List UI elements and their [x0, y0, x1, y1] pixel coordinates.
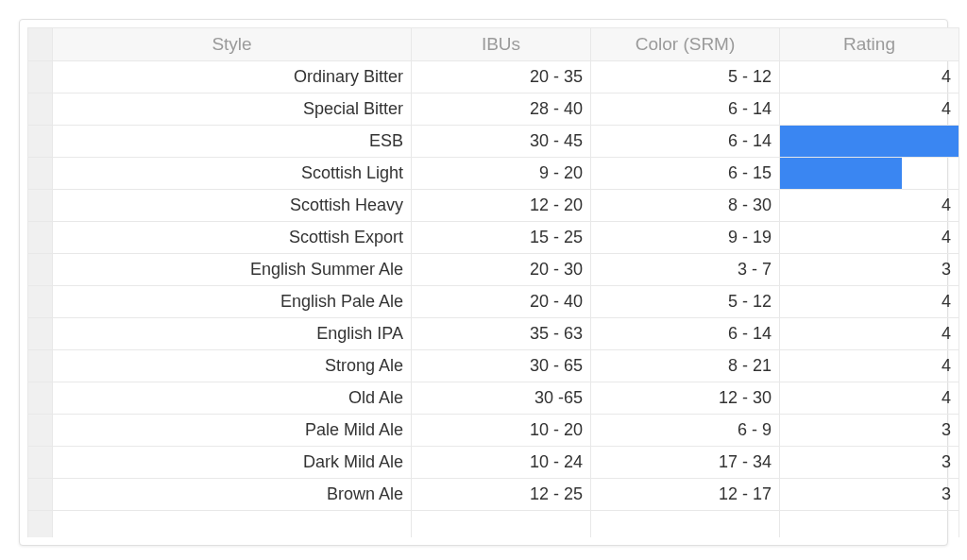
ibus-cell[interactable]: 10 - 24: [412, 447, 591, 479]
color-cell[interactable]: 17 - 34: [591, 447, 780, 479]
row-number-cell[interactable]: [28, 286, 53, 318]
style-cell[interactable]: English Summer Ale: [53, 254, 412, 286]
rating-cell[interactable]: 3: [780, 447, 959, 479]
rating-cell[interactable]: 3: [780, 254, 959, 286]
ibus-cell[interactable]: 9 - 20: [412, 158, 591, 190]
header-rating[interactable]: Rating: [780, 28, 959, 61]
color-cell[interactable]: 9 - 19: [591, 222, 780, 254]
ibus-cell[interactable]: 35 - 63: [412, 318, 591, 350]
color-cell[interactable]: 5 - 12: [591, 286, 780, 318]
table-row: English Summer Ale20 - 303 - 73: [28, 254, 959, 286]
header-color[interactable]: Color (SRM): [591, 28, 780, 61]
table-row: Strong Ale30 - 658 - 214: [28, 350, 959, 382]
row-number-cell[interactable]: [28, 254, 53, 286]
row-number-cell[interactable]: [28, 222, 53, 254]
color-cell[interactable]: 6 - 14: [591, 318, 780, 350]
row-number-cell[interactable]: [28, 479, 53, 511]
color-cell[interactable]: 5 - 12: [591, 61, 780, 93]
style-cell[interactable]: Dark Mild Ale: [53, 447, 412, 479]
rating-cell[interactable]: 4: [780, 318, 959, 350]
ibus-cell[interactable]: 20 - 40: [412, 286, 591, 318]
ibus-cell[interactable]: 20 - 35: [412, 61, 591, 93]
header-style[interactable]: Style: [53, 28, 412, 61]
ibus-cell[interactable]: 28 - 40: [412, 93, 591, 126]
rating-cell[interactable]: 4: [780, 93, 959, 126]
row-number-cell[interactable]: [28, 447, 53, 479]
rating-cell[interactable]: [780, 126, 959, 158]
ibus-cell[interactable]: 10 - 20: [412, 415, 591, 447]
beer-styles-table: Style IBUs Color (SRM) Rating Ordinary B…: [27, 27, 959, 537]
table-row: Pale Mild Ale10 - 206 - 93: [28, 415, 959, 447]
color-cell[interactable]: 6 - 9: [591, 415, 780, 447]
table-row: English IPA35 - 636 - 144: [28, 318, 959, 350]
table-row: ESB30 - 456 - 14: [28, 126, 959, 158]
style-cell[interactable]: Scottish Export: [53, 222, 412, 254]
rating-cell[interactable]: 4: [780, 222, 959, 254]
style-cell[interactable]: English Pale Ale: [53, 286, 412, 318]
ibus-cell[interactable]: 30 - 45: [412, 126, 591, 158]
rating-cell[interactable]: 4: [780, 61, 959, 93]
rating-bar: [780, 158, 902, 189]
row-number-cell[interactable]: [28, 158, 53, 190]
rating-cell[interactable]: 4: [780, 350, 959, 382]
style-cell[interactable]: ESB: [53, 126, 412, 158]
table-row: Scottish Export15 - 259 - 194: [28, 222, 959, 254]
header-ibus[interactable]: IBUs: [412, 28, 591, 61]
empty-cell: [28, 511, 53, 537]
table-row: Scottish Light9 - 206 - 15: [28, 158, 959, 190]
row-number-cell[interactable]: [28, 350, 53, 382]
rating-cell[interactable]: 3: [780, 479, 959, 511]
rating-cell[interactable]: 4: [780, 286, 959, 318]
color-cell[interactable]: 12 - 30: [591, 382, 780, 415]
color-cell[interactable]: 6 - 14: [591, 93, 780, 126]
style-cell[interactable]: Pale Mild Ale: [53, 415, 412, 447]
table-row: Scottish Heavy12 - 208 - 304: [28, 190, 959, 222]
table-row: Dark Mild Ale10 - 2417 - 343: [28, 447, 959, 479]
empty-cell: [412, 511, 591, 537]
style-cell[interactable]: Scottish Heavy: [53, 190, 412, 222]
ibus-cell[interactable]: 12 - 20: [412, 190, 591, 222]
table-row: Old Ale30 -6512 - 304: [28, 382, 959, 415]
color-cell[interactable]: 6 - 14: [591, 126, 780, 158]
rating-cell[interactable]: [780, 158, 959, 190]
row-number-cell[interactable]: [28, 415, 53, 447]
ibus-cell[interactable]: 12 - 25: [412, 479, 591, 511]
ibus-cell[interactable]: 15 - 25: [412, 222, 591, 254]
ibus-cell[interactable]: 30 -65: [412, 382, 591, 415]
style-cell[interactable]: Strong Ale: [53, 350, 412, 382]
style-cell[interactable]: Scottish Light: [53, 158, 412, 190]
rating-bar: [780, 126, 959, 157]
table-row: English Pale Ale20 - 405 - 124: [28, 286, 959, 318]
empty-cell: [53, 511, 412, 537]
style-cell[interactable]: Special Bitter: [53, 93, 412, 126]
row-number-cell[interactable]: [28, 61, 53, 93]
style-cell[interactable]: Brown Ale: [53, 479, 412, 511]
style-cell[interactable]: English IPA: [53, 318, 412, 350]
color-cell[interactable]: 12 - 17: [591, 479, 780, 511]
table-row: Ordinary Bitter20 - 355 - 124: [28, 61, 959, 93]
row-number-cell[interactable]: [28, 190, 53, 222]
header-row: Style IBUs Color (SRM) Rating: [28, 28, 959, 61]
empty-cell: [591, 511, 780, 537]
color-cell[interactable]: 3 - 7: [591, 254, 780, 286]
empty-cell: [780, 511, 959, 537]
rating-cell[interactable]: 4: [780, 190, 959, 222]
table-container: Style IBUs Color (SRM) Rating Ordinary B…: [19, 19, 948, 546]
row-number-cell[interactable]: [28, 318, 53, 350]
style-cell[interactable]: Old Ale: [53, 382, 412, 415]
row-number-cell[interactable]: [28, 126, 53, 158]
header-corner: [28, 28, 53, 61]
rating-cell[interactable]: 4: [780, 382, 959, 415]
color-cell[interactable]: 8 - 30: [591, 190, 780, 222]
table-row: Brown Ale12 - 2512 - 173: [28, 479, 959, 511]
ibus-cell[interactable]: 20 - 30: [412, 254, 591, 286]
row-number-cell[interactable]: [28, 382, 53, 415]
spacer-row: [28, 511, 959, 537]
row-number-cell[interactable]: [28, 93, 53, 126]
ibus-cell[interactable]: 30 - 65: [412, 350, 591, 382]
color-cell[interactable]: 6 - 15: [591, 158, 780, 190]
table-row: Special Bitter28 - 406 - 144: [28, 93, 959, 126]
style-cell[interactable]: Ordinary Bitter: [53, 61, 412, 93]
rating-cell[interactable]: 3: [780, 415, 959, 447]
color-cell[interactable]: 8 - 21: [591, 350, 780, 382]
